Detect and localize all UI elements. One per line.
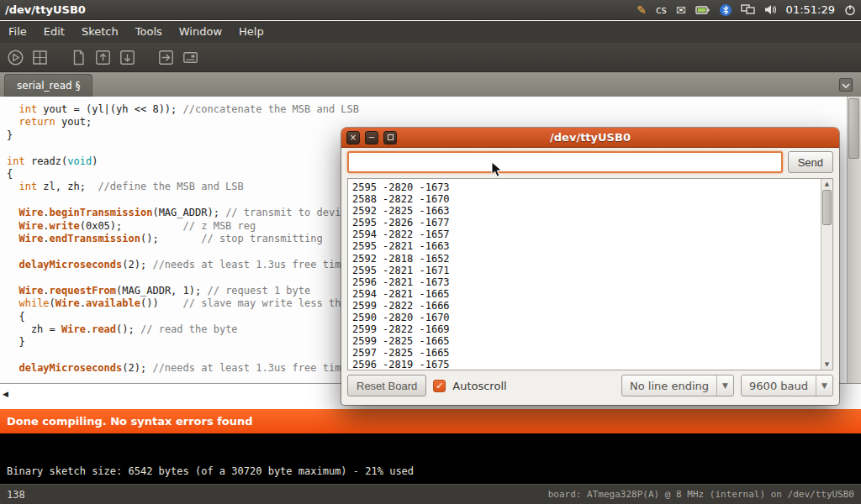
serial-input[interactable]: [347, 151, 783, 173]
scroll-up-arrow-icon[interactable]: ▲: [821, 179, 832, 189]
status-bar: Done compiling. No syntax errors found: [0, 409, 861, 433]
upload-button[interactable]: [156, 47, 176, 67]
serial-monitor-button[interactable]: [180, 47, 200, 67]
console-text: Binary sketch size: 6542 bytes (of a 307…: [7, 465, 861, 477]
new-sketch-button[interactable]: [68, 47, 88, 67]
menu-file[interactable]: File: [0, 21, 35, 43]
verify-button[interactable]: [5, 47, 25, 67]
notes-indicator-icon[interactable]: ✎: [637, 0, 647, 20]
clock[interactable]: 01:51:29: [786, 0, 835, 20]
tab-bar: serial_read §: [0, 72, 861, 97]
scrollbar-thumb[interactable]: [848, 98, 859, 159]
line-number-indicator: 138: [7, 489, 25, 501]
serial-monitor-controls: Reset Board ✓ Autoscroll No line ending …: [347, 374, 833, 397]
session-menu-icon[interactable]: [844, 0, 856, 20]
menu-sketch[interactable]: Sketch: [73, 21, 127, 43]
network-icon[interactable]: [741, 0, 755, 20]
top-panel: /dev/ttyUSB0 ✎ cs ✉ 01:51:29: [0, 0, 861, 20]
maximize-icon[interactable]: [383, 131, 397, 144]
status-message: Done compiling. No syntax errors found: [7, 415, 253, 428]
minimize-icon[interactable]: −: [365, 131, 378, 144]
serial-output-scrollbar[interactable]: ▲ ▼: [821, 179, 832, 370]
scroll-left-arrow-icon[interactable]: ◀: [3, 390, 8, 398]
tab-menu-button[interactable]: [837, 76, 854, 93]
messaging-menu-icon[interactable]: ✉: [676, 0, 686, 20]
save-sketch-button[interactable]: [117, 47, 137, 67]
reset-board-button[interactable]: Reset Board: [347, 375, 426, 396]
system-tray: ✎ cs ✉ 01:51:29: [637, 0, 861, 20]
menu-help[interactable]: Help: [230, 21, 272, 43]
baud-rate-dropdown[interactable]: 9600 baud ▼: [741, 375, 833, 396]
serial-monitor-window: × − /dev/ttyUSB0 Send 2595 -2820 -1673 2…: [341, 128, 839, 405]
autoscroll-label: Autoscroll: [452, 380, 506, 392]
baud-rate-value: 9600 baud: [742, 380, 816, 392]
open-sketch-button[interactable]: [92, 47, 113, 67]
console-output: Binary sketch size: 6542 bytes (of a 307…: [0, 433, 861, 484]
serial-monitor-title: /dev/ttyUSB0: [341, 131, 839, 144]
serial-output-area[interactable]: 2595 -2820 -1673 2588 -2822 -1670 2592 -…: [347, 178, 833, 370]
toolbar: [0, 43, 861, 72]
bluetooth-icon[interactable]: [720, 0, 732, 20]
tab-label: serial_read §: [17, 80, 80, 92]
chevron-down-icon: ▼: [716, 375, 733, 396]
panel-window-title: /dev/ttyUSB0: [0, 3, 86, 16]
close-icon[interactable]: ×: [346, 131, 360, 144]
menu-tools[interactable]: Tools: [127, 21, 171, 43]
serial-monitor-titlebar[interactable]: × − /dev/ttyUSB0: [341, 128, 839, 148]
tab-serial-read[interactable]: serial_read §: [4, 74, 92, 97]
line-ending-value: No line ending: [622, 380, 716, 392]
serial-output-text: 2595 -2820 -1673 2588 -2822 -1670 2592 -…: [348, 179, 821, 370]
autoscroll-checkbox[interactable]: ✓: [433, 380, 446, 392]
chevron-down-icon: ▼: [816, 375, 832, 396]
board-info: board: ATmega328P(A) @ 8 MHz (internal) …: [548, 489, 854, 500]
keyboard-layout-indicator[interactable]: cs: [656, 0, 667, 20]
send-button[interactable]: Send: [788, 151, 833, 173]
scroll-down-arrow-icon[interactable]: ▼: [821, 360, 832, 370]
menu-edit[interactable]: Edit: [35, 21, 73, 43]
menubar: File Edit Sketch Tools Window Help: [0, 21, 861, 43]
battery-icon[interactable]: [695, 0, 710, 20]
menu-window[interactable]: Window: [171, 21, 230, 43]
editor-vertical-scrollbar[interactable]: [847, 97, 861, 383]
stop-button[interactable]: [29, 47, 50, 67]
line-ending-dropdown[interactable]: No line ending ▼: [621, 375, 734, 396]
scrollbar-thumb[interactable]: [822, 190, 832, 225]
serial-input-row: Send: [347, 150, 833, 174]
volume-icon[interactable]: [764, 0, 777, 20]
footer-bar: 138 board: ATmega328P(A) @ 8 MHz (intern…: [0, 484, 861, 504]
